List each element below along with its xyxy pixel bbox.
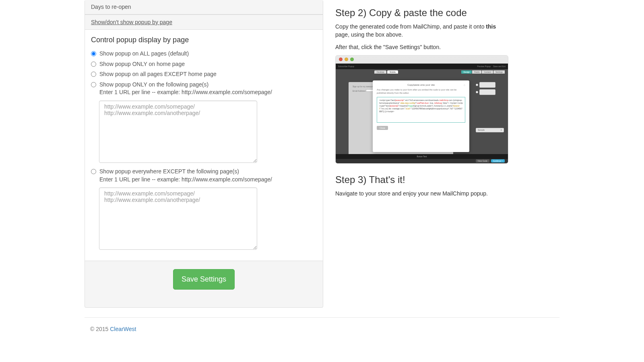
ss-modal: Copy/paste onto your site ○ Any changes …	[373, 80, 469, 152]
maximize-icon	[350, 58, 354, 61]
radio-except-pages[interactable]	[91, 169, 96, 174]
code-frag: ":"mc.us1.list-	[380, 107, 392, 110]
ss-continue-btn: Continue >	[491, 159, 505, 162]
code-frag: mailchimp	[439, 99, 448, 101]
only-pages-textarea[interactable]	[99, 101, 257, 163]
url-hint: Enter 1 URL per line -- example: http://…	[99, 89, 272, 95]
step2-text-1: Copy the generated code from MailChimp, …	[335, 23, 508, 39]
url-hint: Enter 1 URL per line -- example: http://…	[99, 176, 272, 183]
modal-close-button: Close	[377, 126, 388, 130]
text-fragment: Copy the generated code from MailChimp, …	[335, 23, 486, 30]
code-frag: " src="//s3.amazonaws.com/downloads.	[404, 99, 439, 101]
modal-text: Any changes you make to your form after …	[377, 88, 465, 95]
code-frag: isDebug	[434, 102, 442, 104]
except-pages-textarea[interactable]	[99, 187, 257, 250]
radio-home-only-label: Show popup ONLY on home page	[99, 60, 185, 68]
close-icon	[339, 58, 343, 61]
step3-text: Navigate to your store and enjoy your ne…	[335, 189, 508, 197]
radio-only-pages-label: Show popup ONLY on the following page(s)	[99, 81, 208, 88]
code-frag: data-dojo-config	[400, 102, 415, 104]
modal-title: Copy/paste onto your site	[407, 84, 435, 86]
ss-chip-settings: Settings	[493, 70, 505, 74]
accordion-label: Days to re-open	[91, 4, 131, 10]
radio-except-home-label: Show popup on all pages EXCEPT home page	[99, 70, 217, 78]
ss-panel-line2: Email Address	[353, 90, 365, 92]
panel-heading: Control popup display by page	[91, 36, 317, 44]
step2-text-2: After that, click the "Save Settings" bu…	[335, 43, 508, 51]
page-footer: © 2015 ClearWest	[85, 317, 559, 344]
code-frag: : true,	[429, 102, 434, 104]
ss-dropdown: Sample▾	[476, 128, 504, 132]
layout-option	[479, 82, 495, 88]
ss-tab-mobile: Mobile	[387, 70, 398, 74]
radio-icon	[476, 84, 478, 86]
chevron-down-icon: ▾	[501, 129, 502, 131]
radio-except-pages-label: Show popup everywhere EXCEPT the followi…	[99, 168, 239, 175]
close-icon: ○	[464, 84, 465, 86]
accordion-show-hide-by-page[interactable]: Show/don't show popup by page	[85, 14, 323, 30]
layout-option	[479, 89, 495, 95]
radio-only-pages[interactable]	[91, 82, 96, 87]
radio-home-only[interactable]	[91, 62, 96, 67]
code-frag: .com	[448, 99, 453, 101]
ss-chip-design: Design	[461, 70, 472, 74]
accordion-label: Show/don't show popup by page	[91, 19, 172, 25]
ss-title: Subscriber Popup	[338, 65, 354, 68]
text-fragment: page, using the box above.	[335, 31, 403, 38]
code-frag: manage.com","	[392, 107, 406, 110]
code-frag: : false">	[442, 102, 449, 104]
radio-all-pages-label: Show popup on ALL pages (default)	[99, 50, 189, 58]
embed-code-box: <script type="text/javascript" src="//s3…	[377, 97, 465, 123]
save-settings-button[interactable]: Save Settings	[173, 269, 235, 290]
dropdown-label: Sample	[478, 129, 485, 131]
footer-link[interactable]: ClearWest	[110, 326, 136, 332]
code-frag: javascript	[395, 99, 404, 101]
ss-chip-content: Content	[482, 70, 493, 74]
text-bold: this	[486, 23, 496, 30]
control-popup-panel: Control popup display by page Show popup…	[85, 30, 323, 261]
code-frag: usePlainJson	[417, 102, 429, 104]
ss-save: Save and Exit	[493, 65, 506, 68]
ss-tab-desktop: Desktop	[374, 70, 386, 74]
step2-screenshot: Subscriber Popup Preview Popup Save and …	[335, 55, 508, 164]
ss-chip-fields: Fields	[472, 70, 481, 74]
code-frag: ">require(["	[398, 105, 409, 107]
ss-preview: Preview Popup	[477, 65, 491, 68]
code-frag: javascript	[390, 105, 398, 107]
code-frag: <script type="text/	[379, 99, 395, 101]
accordion-days-to-reopen[interactable]: Days to re-open	[85, 0, 323, 14]
radio-except-home[interactable]	[91, 72, 96, 77]
radio-all-pages[interactable]	[91, 51, 96, 56]
window-titlebar	[336, 56, 508, 64]
minimize-icon	[345, 58, 348, 61]
instructions-column: Step 2) Copy & paste the code Copy the g…	[335, 0, 508, 202]
code-frag: { L.start({"	[444, 105, 453, 107]
step2-title: Step 2) Copy & paste the code	[335, 7, 508, 19]
code-frag: mojo	[409, 105, 413, 107]
radio-icon	[476, 91, 478, 93]
copyright-text: © 2015	[90, 326, 110, 332]
ss-viewcode-btn: View Code	[476, 159, 489, 162]
step3-title: Step 3) That's it!	[335, 174, 508, 185]
ss-bottom-text: Button Text	[417, 155, 427, 158]
code-frag: /signup-forms/Loader"], function(L)	[413, 105, 444, 107]
settings-panel: Days to re-open Show/don't show popup by…	[85, 0, 323, 308]
code-frag: uuid	[406, 107, 410, 110]
code-frag: })</script>	[385, 110, 394, 113]
